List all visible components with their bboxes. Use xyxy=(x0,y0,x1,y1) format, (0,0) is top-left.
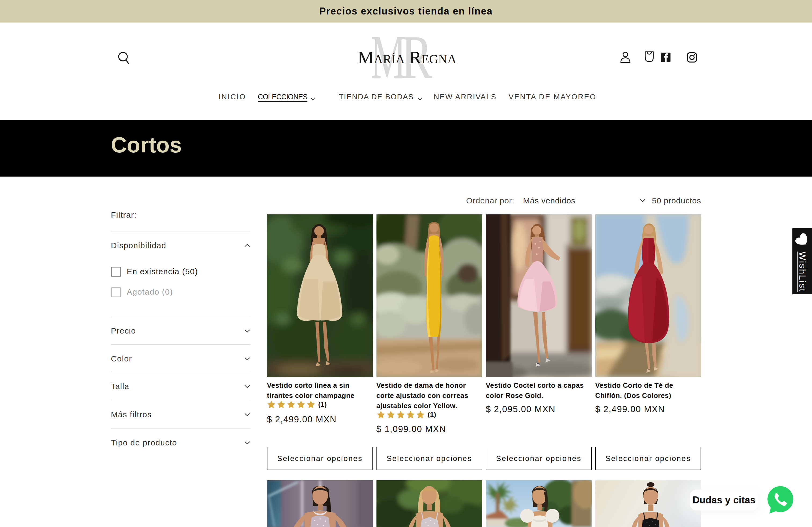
svg-text:María Regna: María Regna xyxy=(358,47,456,67)
